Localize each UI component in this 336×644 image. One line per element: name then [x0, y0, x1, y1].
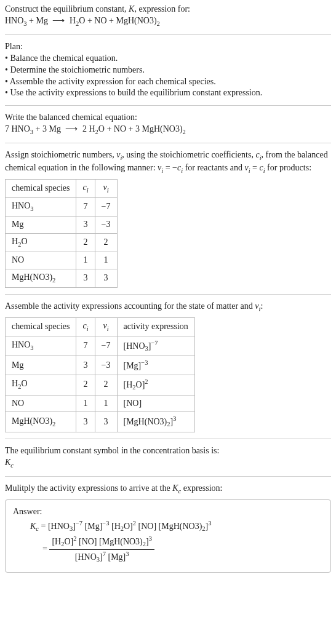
- txt: H: [12, 379, 18, 388]
- intro-equation: HNO3 + Mg ⟶ H2O + NO + MgH(NO3)2: [5, 15, 331, 28]
- intro-text-2: , expression for:: [134, 4, 190, 14]
- cell-activity: [NO]: [117, 395, 194, 412]
- txt: MgH(NO3): [12, 272, 52, 282]
- col-species: chemical species: [6, 180, 76, 198]
- txt: HNO: [12, 340, 30, 349]
- exp: 3: [126, 551, 129, 557]
- sub: 2: [183, 129, 186, 135]
- sub: i: [107, 187, 109, 194]
- txt: H: [12, 237, 18, 246]
- sub: 2: [157, 20, 160, 27]
- cell-species: Mg: [6, 217, 76, 234]
- plan-bullet: • Balance the chemical equation.: [5, 53, 331, 65]
- txt: [NO]: [79, 537, 97, 546]
- cell-species: MgH(NO3)2: [6, 412, 76, 432]
- sub: 3: [30, 344, 33, 351]
- assemble-section: Assemble the activity expressions accoun…: [5, 301, 331, 432]
- K: K: [30, 521, 36, 530]
- kc-symbol-section: The equilibrium constant symbol in the c…: [5, 445, 331, 470]
- txt: [MgH(NO3): [159, 521, 202, 530]
- plan-bullet: • Use the activity expressions to build …: [5, 87, 331, 99]
- cell-ci: 7: [76, 198, 95, 217]
- K: K: [172, 483, 178, 493]
- txt: O: [21, 379, 27, 388]
- exp: 3: [208, 520, 211, 527]
- sub: 3: [30, 205, 33, 212]
- col-species: chemical species: [6, 317, 76, 336]
- species-hno3: HNO3: [12, 124, 34, 133]
- txt: O: [98, 124, 105, 133]
- species-hno3: HNO3: [5, 16, 27, 25]
- plus: +: [33, 124, 42, 133]
- txt: [H: [111, 521, 121, 530]
- txt: [HNO: [75, 552, 97, 562]
- sub: i: [87, 187, 89, 194]
- cell-nui: −7: [95, 336, 117, 356]
- cell-activity: [H2O]2: [117, 375, 194, 395]
- coef: 2: [82, 124, 89, 133]
- balanced-heading: Write the balanced chemical equation:: [5, 112, 331, 124]
- intro-K: K: [129, 4, 134, 14]
- table-row: MgH(NO3)2 3 3: [6, 269, 118, 287]
- cell-nui: 2: [95, 375, 117, 395]
- plan-heading: Plan:: [5, 41, 331, 53]
- exp: −3: [102, 520, 109, 527]
- txt: H: [70, 16, 76, 25]
- txt: [Mg]: [124, 361, 142, 370]
- cell-species: NO: [6, 395, 76, 412]
- exp: 3: [149, 535, 152, 542]
- species-mghno32: MgH(NO3)2: [116, 16, 160, 25]
- multiply-section: Mulitply the activity expressions to arr…: [5, 483, 331, 496]
- eq: =: [39, 521, 48, 530]
- cell-nui: 3: [95, 412, 117, 432]
- answer-line2: = [H2O]2 [NO] [MgH(NO3)2]3 [HNO3]7 [Mg]3: [13, 535, 323, 564]
- txt: Mulitply the activity expressions to arr…: [5, 483, 172, 493]
- arrow-icon: ⟶: [63, 124, 80, 133]
- separator: [5, 294, 331, 295]
- cell-ci: 2: [76, 233, 95, 252]
- kc-text: The equilibrium constant symbol in the c…: [5, 445, 331, 457]
- cell-species: HNO3: [6, 336, 76, 356]
- table-row: HNO3 7 −7 [HNO3]−7: [6, 336, 195, 356]
- cell-ci: 3: [76, 217, 95, 234]
- plus: +: [85, 16, 94, 25]
- exp: 3: [173, 415, 176, 422]
- species-mg: Mg: [49, 124, 61, 133]
- txt: O]: [136, 380, 145, 389]
- col-ci: ci: [76, 317, 95, 336]
- separator: [5, 439, 331, 439]
- cell-nui: 1: [95, 252, 117, 269]
- txt: for reactants and: [183, 163, 244, 172]
- stoich-table: chemical species ci νi HNO3 7 −7 Mg 3 −3…: [5, 179, 118, 288]
- txt: O: [79, 16, 85, 25]
- txt: O]: [64, 537, 73, 546]
- cell-nui: −3: [95, 356, 117, 375]
- cell-ci: 1: [76, 252, 95, 269]
- eq: = −: [163, 163, 177, 172]
- txt: MgH(NO3): [116, 16, 157, 25]
- answer-line1: Kc = [HNO3]−7 [Mg]−3 [H2O]2 [NO] [MgH(NO…: [13, 519, 323, 534]
- col-nui: νi: [95, 180, 117, 198]
- txt: [NO]: [138, 521, 157, 530]
- txt: [H: [52, 537, 61, 546]
- cell-ci: 3: [76, 356, 95, 375]
- species-h2o: H2O: [70, 16, 86, 25]
- exp: 2: [145, 378, 148, 385]
- cell-ci: 3: [76, 412, 95, 432]
- eq: =: [250, 163, 260, 172]
- separator: [5, 143, 331, 143]
- species-mg: Mg: [36, 16, 48, 25]
- answer-label: Answer:: [13, 506, 323, 518]
- txt: HNO: [12, 201, 30, 210]
- txt: [MgH(NO3): [99, 537, 143, 546]
- txt: [HNO: [48, 521, 70, 530]
- txt: expression:: [181, 483, 222, 493]
- plan-section: Plan: • Balance the chemical equation. •…: [5, 41, 331, 99]
- cell-activity: [Mg]−3: [117, 356, 194, 375]
- cell-activity: [MgH(NO3)2]3: [117, 412, 194, 432]
- txt: for products:: [265, 163, 311, 172]
- cell-species: H2O: [6, 375, 76, 395]
- cell-species: HNO3: [6, 198, 76, 217]
- txt: HNO: [5, 16, 23, 25]
- table-header-row: chemical species ci νi: [6, 180, 118, 198]
